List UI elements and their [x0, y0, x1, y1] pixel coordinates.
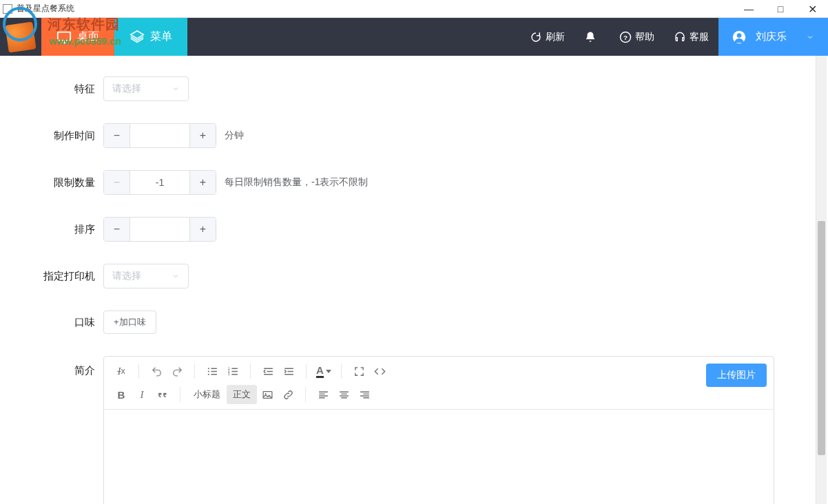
label-taste: 口味 — [0, 316, 103, 329]
heading-button[interactable]: 小标题 — [187, 385, 227, 404]
indent-icon — [283, 366, 295, 377]
svg-point-7 — [207, 373, 209, 375]
select-feature[interactable]: 请选择 — [103, 76, 189, 101]
align-left-icon — [318, 389, 329, 401]
chevron-down-icon — [172, 272, 180, 280]
editor-body[interactable] — [104, 410, 774, 504]
label-intro: 简介 — [0, 356, 103, 377]
quote-icon — [157, 389, 169, 401]
list-ol-icon: 123 — [227, 366, 239, 377]
body-text-button[interactable]: 正文 — [227, 385, 257, 404]
quote-button[interactable] — [152, 384, 173, 405]
svg-point-5 — [207, 368, 209, 369]
select-printer[interactable]: 请选择 — [103, 264, 189, 288]
insert-image-button[interactable] — [257, 384, 278, 405]
input-sort: − + — [103, 217, 216, 242]
user-icon — [732, 30, 746, 44]
user-name: 刘庆乐 — [756, 30, 787, 43]
decrease-button[interactable]: − — [104, 171, 130, 194]
clear-format-button[interactable]: Ix — [111, 361, 132, 381]
logo-icon — [5, 21, 36, 52]
title-bar: 普及星点餐系统 — □ ✕ — [0, 0, 828, 18]
nav-menu-label: 菜单 — [150, 30, 172, 44]
sort-field[interactable] — [130, 218, 189, 241]
decrease-button[interactable]: − — [104, 124, 130, 147]
link-icon — [282, 389, 294, 401]
nav-service[interactable]: 客服 — [664, 18, 718, 56]
nav-user[interactable]: 刘庆乐 — [718, 18, 828, 56]
bold-button[interactable]: B — [111, 384, 132, 405]
svg-rect-0 — [58, 32, 70, 40]
nav-refresh-label: 刷新 — [546, 31, 565, 43]
nav-refresh[interactable]: 刷新 — [520, 18, 575, 56]
chevron-down-icon — [806, 33, 814, 41]
align-center-button[interactable] — [333, 384, 354, 405]
nav-help-label: 帮助 — [635, 31, 654, 43]
align-center-icon — [338, 389, 350, 401]
rich-editor: Ix 123 — [103, 356, 774, 504]
window-title: 普及星点餐系统 — [17, 3, 74, 14]
app-logo[interactable] — [0, 18, 41, 56]
label-printer: 指定打印机 — [0, 270, 103, 283]
content-area: 特征 请选择 制作时间 − + 分钟 限制数量 — [0, 56, 828, 504]
row-intro: 简介 Ix 123 — [0, 356, 788, 504]
indent-button[interactable] — [278, 361, 299, 381]
nav-service-label: 客服 — [690, 31, 709, 43]
window-controls: — □ ✕ — [733, 0, 828, 18]
row-taste: 口味 +加口味 — [0, 311, 788, 334]
select-printer-placeholder: 请选择 — [112, 270, 141, 282]
row-printer: 指定打印机 请选择 — [0, 264, 788, 288]
prep-time-unit: 分钟 — [225, 129, 244, 142]
svg-point-6 — [207, 370, 209, 372]
close-button[interactable]: ✕ — [796, 0, 828, 18]
outdent-button[interactable] — [258, 361, 278, 381]
label-prep-time: 制作时间 — [0, 129, 103, 143]
increase-button[interactable]: + — [189, 171, 216, 194]
upload-image-button[interactable]: 上传图片 — [706, 364, 767, 387]
limit-qty-field[interactable] — [130, 171, 189, 194]
italic-button[interactable]: I — [132, 384, 152, 405]
layers-icon — [130, 30, 145, 45]
scrollbar-track[interactable] — [816, 56, 827, 504]
bell-icon — [584, 31, 597, 43]
nav-desktop[interactable]: 桌面 — [41, 18, 114, 56]
undo-button[interactable] — [146, 361, 167, 381]
decrease-button[interactable]: − — [104, 218, 130, 241]
unordered-list-button[interactable] — [202, 361, 222, 381]
prep-time-field[interactable] — [130, 124, 189, 147]
editor-toolbar: Ix 123 — [104, 357, 774, 410]
list-ul-icon — [207, 366, 218, 377]
svg-point-4 — [737, 33, 742, 38]
help-icon: ? — [619, 31, 632, 43]
nav-bell[interactable] — [575, 18, 610, 56]
redo-icon — [172, 366, 183, 377]
add-taste-button[interactable]: +加口味 — [103, 311, 156, 334]
maximize-button[interactable]: □ — [765, 0, 796, 18]
outdent-icon — [262, 366, 274, 377]
svg-text:3: 3 — [227, 372, 229, 376]
nav-menu[interactable]: 菜单 — [114, 18, 187, 56]
increase-button[interactable]: + — [189, 124, 216, 147]
top-nav: 桌面 菜单 刷新 ? 帮助 客服 刘庆乐 — [0, 18, 828, 56]
link-button[interactable] — [278, 384, 298, 405]
nav-desktop-label: 桌面 — [77, 30, 99, 44]
refresh-icon — [530, 31, 542, 43]
nav-help[interactable]: ? 帮助 — [610, 18, 664, 56]
label-sort: 排序 — [0, 223, 103, 236]
align-left-button[interactable] — [313, 384, 333, 405]
code-button[interactable] — [369, 361, 390, 381]
minimize-button[interactable]: — — [733, 0, 765, 18]
limit-qty-hint: 每日限制销售数量，-1表示不限制 — [225, 176, 368, 189]
ordered-list-button[interactable]: 123 — [222, 361, 243, 381]
svg-text:?: ? — [623, 33, 628, 41]
font-color-button[interactable]: A — [313, 361, 334, 381]
code-icon — [374, 366, 386, 377]
redo-button[interactable] — [167, 361, 187, 381]
scrollbar-thumb[interactable] — [818, 221, 825, 455]
input-limit-qty: − + — [103, 170, 216, 195]
headset-icon — [674, 31, 686, 43]
fullscreen-button[interactable] — [349, 361, 369, 381]
increase-button[interactable]: + — [189, 218, 216, 241]
align-right-button[interactable] — [354, 384, 375, 405]
row-sort: 排序 − + — [0, 217, 788, 242]
